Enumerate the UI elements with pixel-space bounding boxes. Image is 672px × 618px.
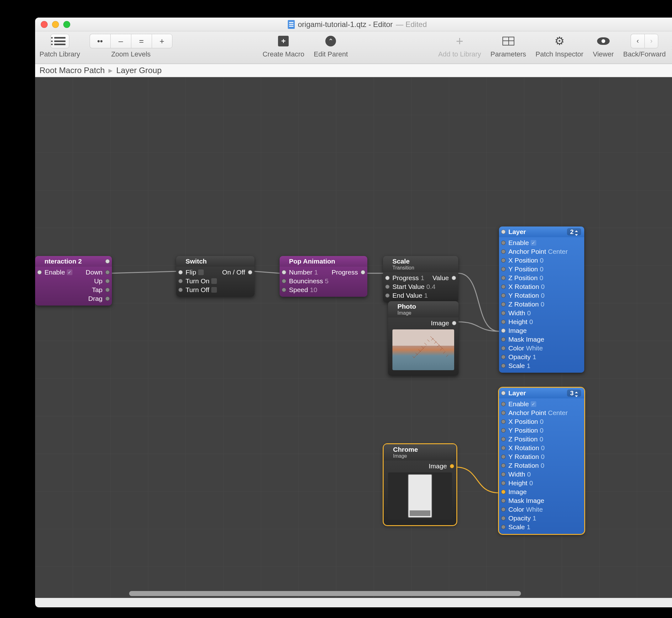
node-switch[interactable]: Switch Flip On / Off Turn On Turn Off (176, 256, 255, 297)
output-port[interactable] (450, 464, 454, 469)
edit-parent-label: Edit Parent (314, 50, 348, 58)
patch-inspector-button[interactable]: ⚙ (550, 34, 569, 48)
node-layer-2[interactable]: Layer 2 Enable ✓Anchor Point CenterX Pos… (499, 226, 584, 373)
horizontal-scrollbar[interactable] (129, 591, 521, 596)
input-port[interactable] (501, 516, 506, 520)
input-port[interactable] (178, 270, 183, 275)
node-title: Layer (508, 389, 526, 397)
input-port[interactable] (501, 481, 506, 485)
node-header[interactable]: Layer 2 (499, 226, 584, 237)
input-port[interactable] (501, 499, 506, 503)
input-port[interactable] (501, 302, 506, 306)
layer-order-badge[interactable]: 2 (567, 228, 581, 235)
patch-library-button[interactable] (50, 34, 69, 48)
input-port[interactable] (37, 270, 42, 275)
close-button[interactable] (41, 21, 48, 28)
node-header[interactable]: ScaleTransition (383, 256, 458, 272)
input-port[interactable] (501, 454, 506, 459)
input-port[interactable] (501, 437, 506, 441)
input-port[interactable] (501, 267, 506, 271)
node-photo[interactable]: PhotoImage Image (388, 301, 458, 376)
input-port[interactable] (385, 285, 390, 289)
input-port[interactable] (385, 276, 390, 280)
output-port[interactable] (452, 276, 456, 280)
node-subtitle: Image (397, 310, 449, 316)
input-port[interactable] (501, 293, 506, 298)
input-port[interactable] (501, 463, 506, 468)
output-port[interactable] (361, 270, 365, 275)
zoom-fit-button[interactable]: •• (90, 34, 110, 48)
add-to-library-button[interactable]: + (450, 34, 469, 48)
input-port[interactable] (282, 288, 286, 292)
input-port[interactable] (501, 328, 506, 333)
breadcrumb-current[interactable]: Layer Group (116, 66, 162, 75)
input-port[interactable] (501, 428, 506, 433)
output-port[interactable] (452, 321, 456, 325)
node-header[interactable]: Switch (176, 256, 255, 267)
input-port[interactable] (501, 402, 506, 406)
edit-parent-button[interactable]: ⌃ (321, 34, 340, 48)
zoom-in-button[interactable]: + (152, 34, 172, 48)
input-port[interactable] (501, 230, 506, 234)
input-port[interactable] (501, 507, 506, 512)
input-port[interactable] (501, 364, 506, 368)
zoom-button[interactable] (63, 21, 70, 28)
forward-button[interactable]: › (644, 34, 658, 48)
input-port[interactable] (501, 241, 506, 245)
checkbox-icon[interactable]: ✓ (531, 240, 536, 246)
node-layer-3[interactable]: Layer 3 Enable ✓Anchor Point CenterX Pos… (499, 388, 584, 534)
input-port[interactable] (501, 249, 506, 254)
input-port[interactable] (501, 490, 506, 494)
node-canvas[interactable]: nteraction 2 Enable✓ Down Up Tap Drag Sw… (35, 77, 672, 598)
input-port[interactable] (385, 293, 390, 298)
node-header[interactable]: PhotoImage (388, 301, 458, 317)
layer-order-badge[interactable]: 3 (567, 390, 581, 397)
input-port[interactable] (501, 311, 506, 315)
node-chrome[interactable]: ChromeImage Image (384, 444, 456, 525)
breadcrumb-root[interactable]: Root Macro Patch (39, 66, 105, 75)
input-port[interactable] (501, 472, 506, 477)
input-port[interactable] (501, 276, 506, 280)
input-port[interactable] (501, 258, 506, 263)
output-port[interactable] (105, 279, 110, 283)
zoom-reset-button[interactable]: = (131, 34, 152, 48)
node-interaction-2[interactable]: nteraction 2 Enable✓ Down Up Tap Drag (35, 256, 112, 306)
output-port[interactable] (248, 270, 252, 275)
input-port[interactable] (282, 270, 286, 275)
port-value: 0 (529, 479, 533, 487)
input-port[interactable] (501, 346, 506, 350)
viewer-button[interactable] (594, 34, 613, 48)
node-header[interactable]: Pop Animation (280, 256, 367, 267)
input-port[interactable] (501, 285, 506, 289)
node-scale[interactable]: ScaleTransition Progress 1 Value Start V… (383, 256, 458, 302)
output-port[interactable] (105, 259, 110, 264)
minimize-button[interactable] (52, 21, 59, 28)
input-port[interactable] (282, 279, 286, 283)
node-header[interactable]: nteraction 2 (35, 256, 112, 267)
node-pop-animation[interactable]: Pop Animation Number 1 Progress Bouncine… (280, 256, 367, 297)
input-port[interactable] (178, 279, 183, 283)
port-label: Value (432, 274, 449, 282)
input-port[interactable] (501, 320, 506, 324)
back-button[interactable]: ‹ (631, 34, 644, 48)
port-label: Opacity (508, 514, 531, 522)
input-port[interactable] (501, 391, 506, 395)
node-header[interactable]: Layer 3 (499, 388, 584, 398)
parameters-button[interactable] (499, 34, 518, 48)
input-port[interactable] (501, 446, 506, 450)
input-port[interactable] (501, 525, 506, 529)
add-to-library-group: + Add to Library (438, 34, 481, 58)
output-port[interactable] (105, 296, 110, 301)
zoom-out-button[interactable]: – (110, 34, 131, 48)
input-port[interactable] (501, 411, 506, 415)
output-port[interactable] (105, 270, 110, 275)
input-port[interactable] (501, 337, 506, 342)
input-port[interactable] (501, 419, 506, 424)
node-header[interactable]: ChromeImage (384, 444, 456, 460)
output-port[interactable] (105, 288, 110, 292)
checkbox-icon[interactable]: ✓ (67, 270, 73, 275)
checkbox-icon[interactable]: ✓ (531, 401, 536, 407)
input-port[interactable] (178, 288, 183, 292)
input-port[interactable] (501, 355, 506, 359)
create-macro-button[interactable]: + (274, 34, 293, 48)
